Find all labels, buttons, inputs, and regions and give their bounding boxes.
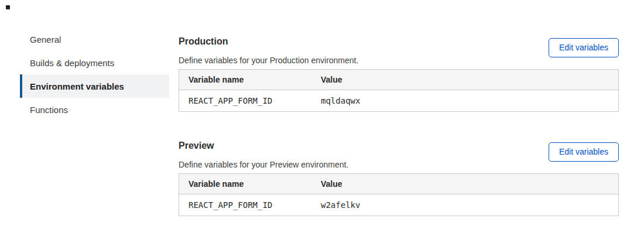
edit-variables-button[interactable]: Edit variables: [549, 142, 619, 162]
section-title: Preview: [179, 140, 214, 152]
section-description: Define variables for your Production env…: [179, 54, 358, 66]
environment-variables-panel: Production Define variables for your Pro…: [179, 0, 619, 246]
table-header-row: Variable name Value: [179, 70, 618, 90]
sidebar-item-environment-variables[interactable]: Environment variables: [20, 74, 169, 98]
top-left-mark-icon: [6, 5, 10, 9]
production-variables-table: Variable name Value REACT_APP_FORM_ID mq…: [179, 69, 619, 112]
variable-name-cell: REACT_APP_FORM_ID: [179, 200, 321, 210]
section-description: Define variables for your Preview enviro…: [179, 159, 348, 170]
variable-value-cell: w2afelkv: [321, 200, 618, 210]
table-row: REACT_APP_FORM_ID w2afelkv: [179, 194, 618, 216]
column-header-variable-name: Variable name: [179, 179, 321, 189]
variable-name-cell: REACT_APP_FORM_ID: [179, 96, 321, 105]
sidebar-item-functions[interactable]: Functions: [20, 98, 169, 121]
section-preview: Preview Define variables for your Previe…: [179, 130, 619, 242]
preview-variables-table: Variable name Value REACT_APP_FORM_ID w2…: [179, 173, 619, 216]
section-title: Production: [179, 36, 228, 47]
column-header-value: Value: [321, 179, 618, 189]
sidebar-item-builds-deployments[interactable]: Builds & deployments: [20, 51, 169, 74]
table-row: REACT_APP_FORM_ID mqldaqwx: [179, 90, 618, 111]
section-production: Production Define variables for your Pro…: [179, 26, 619, 138]
sidebar-item-general[interactable]: General: [20, 28, 169, 51]
column-header-variable-name: Variable name: [179, 75, 321, 84]
variable-value-cell: mqldaqwx: [321, 96, 618, 105]
settings-sidebar-nav: General Builds & deployments Environment…: [20, 28, 169, 121]
column-header-value: Value: [321, 75, 618, 84]
edit-variables-button[interactable]: Edit variables: [549, 38, 619, 57]
table-header-row: Variable name Value: [179, 174, 618, 194]
